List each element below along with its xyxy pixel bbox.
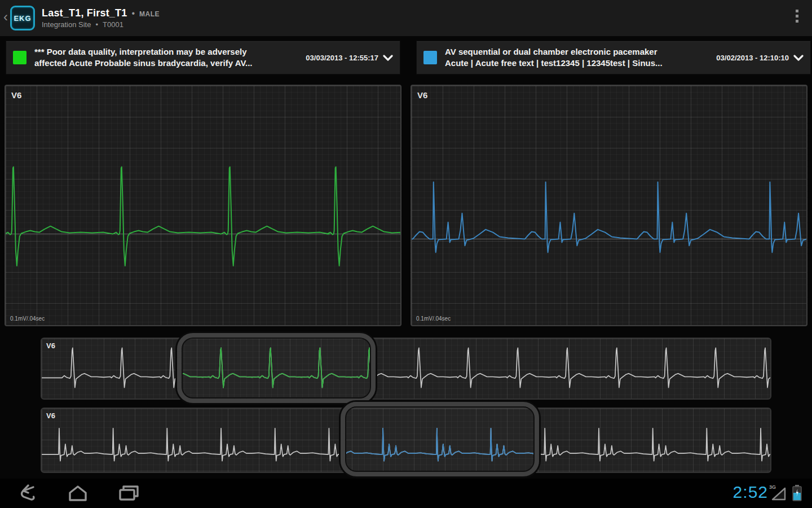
system-nav-bar: 2:52 3G: [0, 479, 812, 508]
nav-home-icon[interactable]: [65, 484, 90, 502]
alert-banner-right[interactable]: AV sequential or dual chamber electronic…: [416, 41, 811, 75]
lead-label: V6: [11, 90, 21, 100]
bullet-separator: •: [131, 8, 135, 19]
ecg-trace-green: [6, 86, 400, 325]
bullet-separator: •: [95, 20, 98, 29]
overflow-menu-icon[interactable]: [792, 10, 802, 27]
patient-header-block: Last_T1, First_T1 • MALE Integration Sit…: [42, 7, 160, 29]
ecg-trace-blue: [412, 86, 806, 325]
alert-line2: Acute | Acute free text | test12345 | 12…: [445, 58, 710, 69]
patient-sex: MALE: [139, 10, 160, 18]
alert-severity-swatch: [423, 51, 437, 64]
system-clock: 2:52: [733, 483, 768, 502]
scale-label: 0.1mV/.04sec: [416, 316, 451, 322]
battery-icon: [792, 484, 802, 501]
signal-3g-icon: 3G: [770, 485, 787, 501]
chevron-down-icon[interactable]: [383, 55, 393, 61]
alert-line2: affected Acute Probable sinus bradycardi…: [34, 58, 300, 69]
site-name: Integration Site: [42, 20, 91, 29]
alert-line1: AV sequential or dual chamber electronic…: [445, 46, 710, 58]
lead-label: V6: [46, 411, 55, 420]
selection-frame-bottom[interactable]: [341, 402, 539, 476]
patient-name: Last_T1, First_T1: [42, 7, 127, 19]
alert-line1: *** Poor data quality, interpretation ma…: [34, 46, 300, 58]
lead-label: V6: [417, 90, 427, 100]
ecg-panel-right[interactable]: V6 0.1mV/.04sec: [411, 85, 807, 326]
alert-timestamp: 03/02/2013 - 12:10:10: [716, 54, 789, 62]
patient-id: T0001: [103, 20, 123, 29]
back-caret-icon[interactable]: ‹: [0, 9, 10, 27]
alert-timestamp: 03/03/2013 - 12:55:17: [306, 54, 378, 62]
alert-text: *** Poor data quality, interpretation ma…: [34, 46, 300, 69]
nav-recents-icon[interactable]: [116, 484, 141, 502]
alert-banner-left[interactable]: *** Poor data quality, interpretation ma…: [6, 41, 400, 75]
chevron-down-icon[interactable]: [793, 55, 804, 61]
nav-back-icon[interactable]: [15, 484, 39, 502]
ecg-panel-left[interactable]: V6 0.1mV/.04sec: [5, 85, 401, 326]
app-logo-text: EKG: [14, 14, 31, 23]
action-bar: ‹ EKG Last_T1, First_T1 • MALE Integrati…: [0, 0, 812, 36]
overview-trace-top: [42, 339, 770, 398]
lead-label: V6: [46, 341, 55, 350]
alert-severity-swatch: [13, 51, 27, 64]
app-logo[interactable]: EKG: [10, 6, 35, 30]
overview-strip-top[interactable]: V6: [41, 338, 771, 400]
selection-frame-top[interactable]: [177, 333, 376, 403]
alert-text: AV sequential or dual chamber electronic…: [445, 46, 710, 69]
scale-label: 0.1mV/.04sec: [10, 316, 45, 322]
